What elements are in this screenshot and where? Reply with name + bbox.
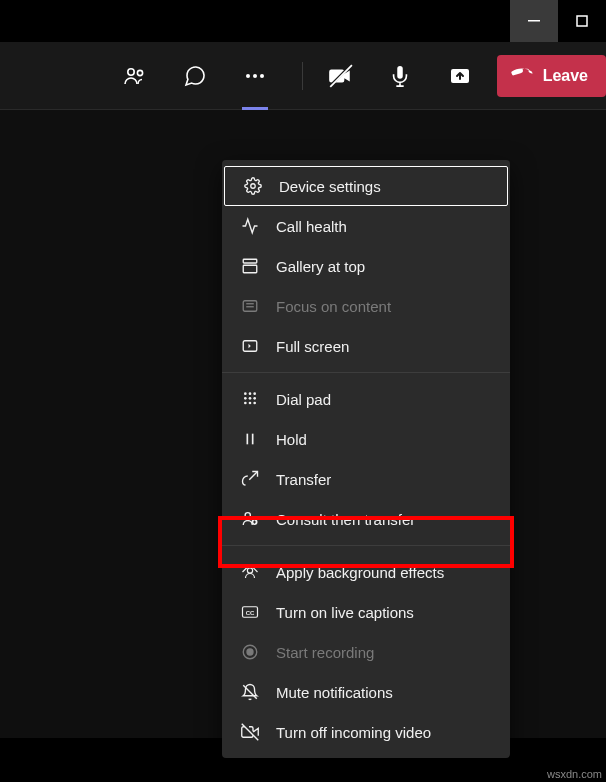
svg-point-4 bbox=[246, 74, 250, 78]
transfer-icon bbox=[240, 469, 260, 489]
menu-label: Call health bbox=[276, 218, 347, 235]
svg-point-21 bbox=[249, 397, 252, 400]
meeting-area: Leave Device settings Call health Galler… bbox=[0, 42, 606, 738]
menu-label: Turn on live captions bbox=[276, 604, 414, 621]
consult-icon bbox=[240, 509, 260, 529]
menu-divider bbox=[222, 372, 510, 373]
svg-point-20 bbox=[244, 397, 247, 400]
svg-rect-1 bbox=[577, 16, 587, 26]
menu-label: Start recording bbox=[276, 644, 374, 661]
svg-text:CC: CC bbox=[246, 610, 255, 616]
menu-item-mute-notifications[interactable]: Mute notifications bbox=[222, 672, 510, 712]
more-actions-button[interactable] bbox=[230, 52, 280, 100]
menu-item-consult-transfer[interactable]: Consult then transfer bbox=[222, 499, 510, 539]
hangup-icon bbox=[511, 65, 533, 87]
menu-label: Hold bbox=[276, 431, 307, 448]
menu-item-hold[interactable]: Hold bbox=[222, 419, 510, 459]
people-button[interactable] bbox=[110, 52, 160, 100]
svg-point-24 bbox=[249, 402, 252, 405]
svg-point-17 bbox=[244, 392, 247, 395]
leave-label: Leave bbox=[543, 67, 588, 85]
menu-item-full-screen[interactable]: Full screen bbox=[222, 326, 510, 366]
menu-item-device-settings[interactable]: Device settings bbox=[224, 166, 508, 206]
menu-divider bbox=[222, 545, 510, 546]
leave-button[interactable]: Leave bbox=[497, 55, 606, 97]
svg-point-19 bbox=[253, 392, 256, 395]
svg-point-5 bbox=[253, 74, 257, 78]
health-icon bbox=[240, 216, 260, 236]
hold-icon bbox=[240, 429, 260, 449]
svg-rect-0 bbox=[528, 20, 540, 22]
cc-icon: CC bbox=[240, 602, 260, 622]
menu-label: Gallery at top bbox=[276, 258, 365, 275]
menu-label: Apply background effects bbox=[276, 564, 444, 581]
menu-item-transfer[interactable]: Transfer bbox=[222, 459, 510, 499]
svg-point-10 bbox=[251, 184, 256, 189]
svg-point-28 bbox=[245, 513, 250, 518]
menu-label: Transfer bbox=[276, 471, 331, 488]
svg-point-22 bbox=[253, 397, 256, 400]
svg-line-33 bbox=[255, 565, 258, 568]
svg-point-25 bbox=[253, 402, 256, 405]
svg-point-38 bbox=[247, 649, 253, 655]
svg-point-3 bbox=[137, 70, 142, 75]
gear-icon bbox=[243, 176, 263, 196]
menu-label: Consult then transfer bbox=[276, 511, 415, 528]
microphone-button[interactable] bbox=[375, 52, 425, 100]
dialpad-icon bbox=[240, 389, 260, 409]
menu-item-start-recording: Start recording bbox=[222, 632, 510, 672]
menu-item-turn-off-incoming-video[interactable]: Turn off incoming video bbox=[222, 712, 510, 752]
menu-label: Dial pad bbox=[276, 391, 331, 408]
menu-item-gallery-top[interactable]: Gallery at top bbox=[222, 246, 510, 286]
record-icon bbox=[240, 642, 260, 662]
meeting-toolbar: Leave bbox=[0, 42, 606, 110]
share-button[interactable] bbox=[435, 52, 485, 100]
menu-label: Mute notifications bbox=[276, 684, 393, 701]
svg-line-31 bbox=[243, 565, 246, 568]
camera-button[interactable] bbox=[315, 52, 365, 100]
fullscreen-icon bbox=[240, 336, 260, 356]
watermark: wsxdn.com bbox=[547, 768, 602, 780]
video-off-icon bbox=[240, 722, 260, 742]
menu-item-background-effects[interactable]: Apply background effects bbox=[222, 552, 510, 592]
focus-icon bbox=[240, 296, 260, 316]
minimize-button[interactable] bbox=[510, 0, 558, 42]
background-effects-icon bbox=[240, 562, 260, 582]
svg-rect-13 bbox=[243, 301, 257, 312]
menu-label: Device settings bbox=[279, 178, 381, 195]
svg-point-18 bbox=[249, 392, 252, 395]
svg-point-23 bbox=[244, 402, 247, 405]
menu-item-live-captions[interactable]: CC Turn on live captions bbox=[222, 592, 510, 632]
menu-item-focus-content: Focus on content bbox=[222, 286, 510, 326]
menu-label: Focus on content bbox=[276, 298, 391, 315]
menu-label: Turn off incoming video bbox=[276, 724, 431, 741]
gallery-icon bbox=[240, 256, 260, 276]
menu-item-dial-pad[interactable]: Dial pad bbox=[222, 379, 510, 419]
chat-button[interactable] bbox=[170, 52, 220, 100]
menu-item-call-health[interactable]: Call health bbox=[222, 206, 510, 246]
svg-rect-12 bbox=[243, 265, 257, 273]
mute-notifications-icon bbox=[240, 682, 260, 702]
svg-point-2 bbox=[128, 68, 134, 74]
more-actions-menu: Device settings Call health Gallery at t… bbox=[222, 160, 510, 758]
svg-point-6 bbox=[260, 74, 264, 78]
menu-label: Full screen bbox=[276, 338, 349, 355]
maximize-button[interactable] bbox=[558, 0, 606, 42]
svg-rect-11 bbox=[243, 259, 257, 263]
svg-point-30 bbox=[247, 568, 252, 573]
